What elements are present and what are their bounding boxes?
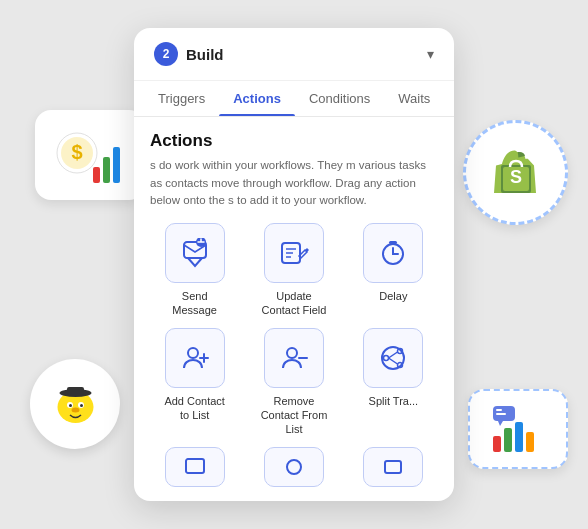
partial-icon-2-svg [283,457,305,477]
action-split-traffic[interactable]: Split Tra... [349,328,438,437]
scene: $ S [0,0,588,529]
float-chart-card [468,389,568,469]
svg-point-39 [382,347,404,369]
svg-rect-23 [504,428,512,452]
remove-contact-icon-box [264,328,324,388]
float-dollar-card: $ [35,110,145,200]
partial-icon-2 [264,447,324,487]
svg-point-40 [398,348,403,353]
card-content: Actions s do work within your workflows.… [134,117,454,500]
svg-rect-6 [113,147,120,183]
remove-contact-label: RemoveContact FromList [261,394,328,437]
action-grid-row3 [150,447,438,487]
chart-icon [488,404,548,454]
svg-point-42 [384,355,389,360]
svg-rect-21 [496,413,506,415]
svg-rect-4 [93,167,100,183]
add-contact-label: Add Contactto List [164,394,225,423]
svg-point-46 [287,460,301,474]
section-title: Actions [150,131,438,151]
update-contact-icon-box [264,223,324,283]
remove-contact-icon [279,343,309,373]
add-contact-icon-box [165,328,225,388]
section-desc: s do work within your workflows. They m … [150,157,438,209]
svg-point-37 [287,348,297,358]
svg-point-41 [398,362,403,367]
step-badge: 2 [154,42,178,66]
partial-icon-1 [165,447,225,487]
svg-rect-33 [389,241,397,244]
svg-rect-5 [103,157,110,183]
send-message-icon [180,238,210,268]
svg-rect-25 [526,432,534,452]
mailchimp-icon [48,377,103,432]
main-card: 2 Build ▾ Triggers Actions Conditions Wa… [134,28,454,500]
svg-point-17 [71,407,79,412]
tab-conditions[interactable]: Conditions [295,81,384,116]
svg-line-43 [389,352,398,358]
action-grid: SendMessage UpdateContac [150,223,438,436]
svg-point-34 [188,348,198,358]
tab-triggers[interactable]: Triggers [144,81,219,116]
action-delay[interactable]: Delay [349,223,438,318]
action-partial-2[interactable] [249,447,338,487]
svg-point-15 [69,404,72,407]
svg-rect-22 [493,436,501,452]
svg-rect-12 [67,387,84,395]
svg-point-16 [80,404,83,407]
add-contact-icon [180,343,210,373]
tab-waits[interactable]: Waits [384,81,444,116]
split-traffic-icon-box [363,328,423,388]
send-message-label: SendMessage [172,289,217,318]
update-contact-icon [279,238,309,268]
shopify-icon: S [486,143,546,203]
action-update-contact-field[interactable]: UpdateContact Field [249,223,338,318]
svg-line-44 [389,358,398,364]
action-add-contact[interactable]: Add Contactto List [150,328,239,437]
delay-label: Delay [379,289,407,303]
float-shopify-card: S [463,120,568,225]
float-mailchimp-card [30,359,120,449]
svg-text:$: $ [71,141,82,163]
tabs-container: Triggers Actions Conditions Waits [134,81,454,117]
card-header: 2 Build ▾ [134,28,454,81]
tab-actions[interactable]: Actions [219,81,295,116]
partial-icon-3-svg [382,457,404,477]
svg-rect-20 [496,409,502,411]
action-partial-3[interactable] [349,447,438,487]
svg-rect-45 [186,459,204,473]
action-partial-1[interactable] [150,447,239,487]
update-contact-label: UpdateContact Field [262,289,327,318]
delay-icon [378,238,408,268]
send-message-icon-box [165,223,225,283]
dollar-chart-icon: $ [55,125,125,185]
split-traffic-icon [378,343,408,373]
action-remove-contact[interactable]: RemoveContact FromList [249,328,338,437]
svg-text:S: S [509,167,521,187]
chevron-down-icon[interactable]: ▾ [427,46,434,62]
partial-icon-1-svg [184,457,206,477]
svg-marker-19 [498,421,503,426]
action-send-message[interactable]: SendMessage [150,223,239,318]
split-traffic-label: Split Tra... [369,394,419,408]
svg-rect-24 [515,422,523,452]
build-title: Build [186,46,427,63]
svg-rect-47 [385,461,401,473]
delay-icon-box [363,223,423,283]
partial-icon-3 [363,447,423,487]
